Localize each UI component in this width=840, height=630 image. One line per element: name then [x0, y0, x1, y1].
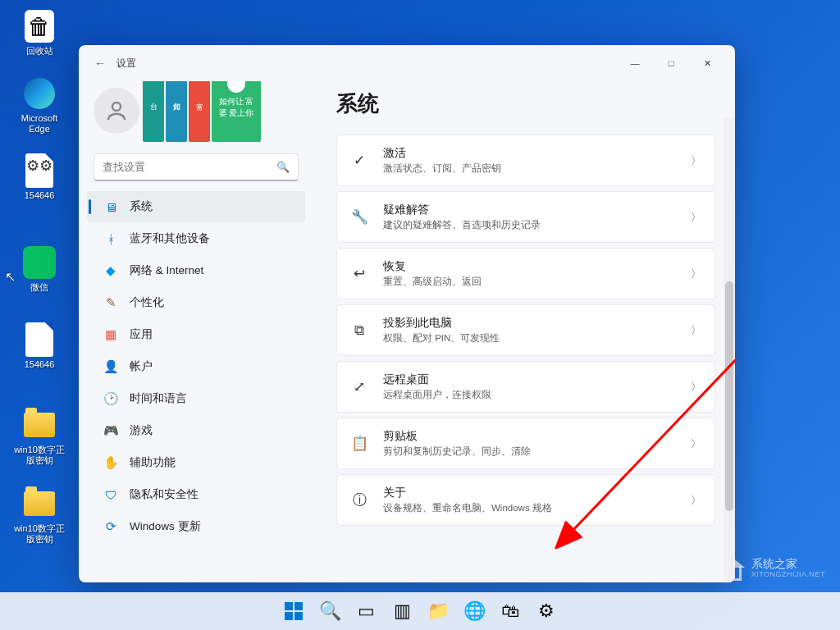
remote-desktop-icon: ⤢: [350, 378, 368, 396]
desktop-icon-edge[interactable]: Microsoft Edge: [11, 77, 68, 135]
scrollbar-thumb[interactable]: [725, 281, 733, 511]
titlebar: ← 设置 — □ ✕: [79, 45, 735, 81]
desktop-icon-label: 154646: [25, 359, 55, 370]
desktop-icon-label: 154646: [25, 190, 55, 201]
book-spine: 富: [189, 81, 210, 142]
card-title: 恢复: [383, 259, 691, 274]
taskbar-search[interactable]: 🔍: [314, 596, 345, 627]
search-box[interactable]: 🔍: [94, 153, 299, 181]
taskbar-widgets[interactable]: ▥: [386, 596, 418, 627]
desktop-icon-label: 微信: [30, 282, 48, 293]
desktop-icon-folder-key2[interactable]: win10数字正版密钥: [11, 487, 68, 545]
explorer-icon: 📁: [427, 600, 450, 622]
settings-card-troubleshoot[interactable]: 🔧疑难解答建议的疑难解答、首选项和历史记录〉: [336, 191, 715, 243]
chevron-right-icon: 〉: [691, 267, 701, 281]
taskbar-taskview[interactable]: ▭: [350, 596, 381, 627]
desktop-icon-label: win10数字正版密钥: [11, 445, 68, 466]
main-content: 系统 ✓激活激活状态、订阅、产品密钥〉🔧疑难解答建议的疑难解答、首选项和历史记录…: [317, 81, 735, 582]
sidebar-item-windows-update[interactable]: ⟳Windows 更新: [87, 511, 305, 542]
sidebar-item-label: 应用: [130, 327, 153, 342]
search-input[interactable]: [103, 161, 276, 173]
about-icon: ⓘ: [350, 491, 368, 509]
settings-card-clipboard[interactable]: 📋剪贴板剪切和复制历史记录、同步、清除〉: [336, 418, 715, 469]
personalization-icon: ✎: [103, 295, 118, 310]
desktop-icon-file-154646a[interactable]: ⚙⚙ 154646: [11, 154, 68, 201]
system-icon: 🖥: [103, 199, 118, 214]
book-cover: 如何让 富婆 爱上你: [212, 81, 261, 142]
minimize-button[interactable]: —: [617, 50, 653, 76]
chevron-right-icon: 〉: [691, 380, 701, 395]
card-title: 剪贴板: [383, 429, 691, 444]
page-title: 系统: [336, 89, 715, 118]
sidebar-item-gaming[interactable]: 🎮游戏: [87, 415, 305, 446]
folder-icon: [23, 487, 56, 520]
card-title: 远程桌面: [383, 372, 691, 387]
desktop-icon-wechat[interactable]: 微信: [11, 246, 68, 293]
sidebar-item-network[interactable]: ◆网络 & Internet: [87, 255, 305, 286]
sidebar-item-system[interactable]: 🖥系统: [87, 191, 305, 222]
maximize-button[interactable]: □: [653, 50, 689, 76]
chevron-right-icon: 〉: [691, 153, 701, 168]
file-icon: [23, 323, 56, 356]
start-icon: [285, 602, 303, 620]
recovery-icon: ↩: [350, 265, 368, 283]
windows-update-icon: ⟳: [103, 519, 118, 534]
card-subtitle: 远程桌面用户，连接权限: [383, 389, 691, 401]
chevron-right-icon: 〉: [691, 210, 701, 225]
profile-area[interactable]: 台 如何 富 如何让 富婆 爱上你: [79, 81, 313, 153]
sidebar: 台 如何 富 如何让 富婆 爱上你 🔍 🖥系统ᚼ蓝牙和其他设备◆网络 & Int…: [79, 81, 317, 582]
card-subtitle: 激活状态、订阅、产品密钥: [383, 162, 691, 175]
scrollbar-track[interactable]: [724, 117, 735, 582]
accessibility-icon: ✋: [103, 455, 118, 470]
edge-icon: [23, 77, 56, 110]
sidebar-item-accessibility[interactable]: ✋辅助功能: [87, 447, 305, 478]
taskbar-edge[interactable]: 🌐: [459, 596, 490, 627]
sidebar-item-personalization[interactable]: ✎个性化: [87, 287, 305, 318]
file-icon: ⚙⚙: [23, 154, 56, 187]
settings-card-activation[interactable]: ✓激活激活状态、订阅、产品密钥〉: [336, 135, 715, 186]
activation-icon: ✓: [350, 152, 368, 170]
sidebar-item-time-language[interactable]: 🕑时间和语言: [87, 383, 305, 414]
card-subtitle: 权限、配对 PIN、可发现性: [383, 332, 691, 345]
clipboard-icon: 📋: [350, 435, 368, 453]
desktop-icon-folder-key1[interactable]: win10数字正版密钥: [11, 409, 68, 466]
sidebar-item-accounts[interactable]: 👤帐户: [87, 351, 305, 382]
wechat-icon: [23, 246, 56, 279]
taskbar-settings[interactable]: ⚙: [531, 596, 562, 627]
taskbar-store[interactable]: 🛍: [495, 596, 526, 627]
accounts-icon: 👤: [103, 359, 118, 374]
settings-icon: ⚙: [538, 600, 555, 622]
watermark-sub: XITONGZHIJIA.NET: [751, 571, 825, 579]
card-subtitle: 重置、高级启动、返回: [383, 276, 691, 288]
taskbar-start[interactable]: [278, 596, 309, 627]
sidebar-item-label: 辅助功能: [130, 455, 176, 470]
sidebar-item-bluetooth[interactable]: ᚼ蓝牙和其他设备: [87, 223, 305, 254]
sidebar-item-privacy[interactable]: 🛡隐私和安全性: [87, 479, 305, 510]
settings-card-remote-desktop[interactable]: ⤢远程桌面远程桌面用户，连接权限〉: [336, 361, 715, 413]
desktop-icon-label: 回收站: [26, 46, 53, 57]
desktop-icon-recycle-bin[interactable]: 🗑 回收站: [11, 10, 68, 57]
search-icon: 🔍: [319, 600, 341, 622]
settings-window: ← 设置 — □ ✕ 台 如何 富 如何让 富婆 爱上你 �: [79, 45, 735, 582]
sidebar-item-label: 时间和语言: [130, 391, 187, 406]
profile-books-image: 台 如何 富 如何让 富婆 爱上你: [143, 81, 261, 142]
bluetooth-icon: ᚼ: [103, 231, 118, 246]
settings-card-about[interactable]: ⓘ关于设备规格、重命名电脑、Windows 规格〉: [336, 474, 715, 526]
card-title: 关于: [383, 486, 691, 500]
taskbar-explorer[interactable]: 📁: [422, 596, 454, 627]
close-button[interactable]: ✕: [689, 50, 725, 76]
sidebar-item-label: 帐户: [130, 359, 153, 374]
sidebar-item-label: 个性化: [130, 295, 164, 310]
sidebar-item-apps[interactable]: ▦应用: [87, 319, 305, 350]
card-subtitle: 建议的疑难解答、首选项和历史记录: [383, 219, 691, 231]
card-title: 疑难解答: [383, 203, 691, 217]
desktop-icon-label: Microsoft Edge: [11, 113, 68, 135]
desktop-icon-label: win10数字正版密钥: [11, 523, 68, 545]
back-button[interactable]: ←: [89, 52, 112, 75]
book-spine: 如何: [166, 81, 187, 142]
sidebar-item-label: 隐私和安全性: [130, 487, 199, 502]
desktop-icon-file-154646b[interactable]: 154646: [11, 323, 68, 370]
settings-card-recovery[interactable]: ↩恢复重置、高级启动、返回〉: [336, 248, 715, 299]
settings-card-project[interactable]: ⧉投影到此电脑权限、配对 PIN、可发现性〉: [336, 304, 715, 356]
search-icon: 🔍: [276, 161, 290, 173]
